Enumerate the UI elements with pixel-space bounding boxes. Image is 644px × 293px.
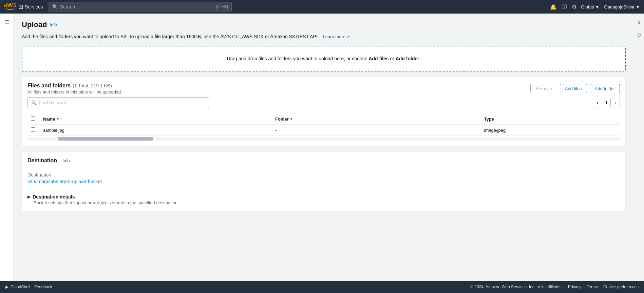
page-description: Add the files and folders you want to up… — [22, 33, 626, 40]
region-selector[interactable]: Global ▼ — [581, 4, 600, 9]
row-name-cell: sample.jpg — [40, 125, 272, 136]
page-header: Upload Info — [22, 20, 626, 29]
files-table: Name ▼ | Folder ▼ | — [27, 113, 620, 136]
destination-section: Destination Info Destination s3://imagel… — [22, 152, 626, 211]
learn-more-link[interactable]: Learn more ↗ — [323, 34, 350, 39]
section-subtitle: All files and folders in this table will… — [27, 89, 122, 95]
left-sidebar: ☰ — [0, 14, 14, 281]
apps-grid-icon[interactable]: ⊞ — [18, 3, 23, 11]
global-search-bar[interactable]: 🔍 [Alt+S] — [49, 2, 232, 12]
right-sidebar: ℹ ⏱ — [634, 14, 644, 281]
page-title: Upload — [22, 20, 47, 29]
pagination-controls: ‹ 1 › — [593, 98, 620, 107]
row-folder-cell: - — [272, 125, 481, 136]
select-all-checkbox[interactable] — [31, 116, 35, 121]
destination-details-toggle[interactable]: ▶ Destination details Bucket settings th… — [27, 194, 620, 205]
destination-title: Destination — [27, 158, 57, 164]
destination-bucket-link[interactable]: s3://imagelabelerpro-upload-bucket — [27, 179, 102, 184]
row-type-cell: image/jpeg — [481, 125, 620, 136]
destination-details-subtitle: Bucket settings that impact new objects … — [34, 200, 620, 205]
main-content: Upload Info Add the files and folders yo… — [14, 14, 634, 281]
files-table-wrapper: Name ▼ | Folder ▼ | — [27, 109, 620, 141]
remove-button[interactable]: Remove — [530, 84, 557, 93]
name-sort-icon: ▼ — [56, 117, 59, 121]
table-row: sample.jpg - image/jpeg — [27, 125, 620, 136]
navbar-right-area: 🔔 ⓘ ⚙ Global ▼ GadagojuShiva ▼ — [550, 3, 640, 11]
global-search-input[interactable] — [60, 4, 213, 9]
search-bar-icon: 🔍 — [31, 100, 37, 105]
divider — [27, 168, 620, 168]
divider-2 — [27, 190, 620, 190]
clock-icon[interactable]: ⏱ — [634, 30, 644, 40]
aws-logo[interactable] — [4, 1, 16, 13]
drag-drop-area[interactable]: Drag and drop files and folders you want… — [22, 46, 626, 71]
notification-icon[interactable]: 🔔 — [550, 4, 557, 10]
find-by-name-input[interactable] — [39, 100, 205, 105]
section-header: Files and folders (1 Total, 119.1 KB) Al… — [27, 83, 620, 95]
info-panel-icon[interactable]: ℹ — [634, 17, 644, 27]
search-shortcut: [Alt+S] — [216, 4, 228, 9]
help-icon[interactable]: ⓘ — [562, 3, 567, 11]
files-count: (1 Total, 119.1 KB) — [73, 83, 112, 88]
page-info-link[interactable]: Info — [50, 22, 57, 27]
folder-sort-icon: ▼ — [290, 117, 293, 121]
add-files-button[interactable]: Add files — [560, 84, 587, 93]
row-checkbox[interactable] — [31, 127, 35, 132]
row-checkbox-cell — [27, 125, 40, 136]
search-row: 🔍 ‹ 1 › — [27, 97, 620, 108]
section-title-group: Files and folders (1 Total, 119.1 KB) Al… — [27, 83, 122, 95]
add-folder-button[interactable]: Add folder — [590, 84, 620, 93]
files-folders-section: Files and folders (1 Total, 119.1 KB) Al… — [22, 77, 626, 146]
section-title: Files and folders — [27, 83, 71, 89]
sidebar-menu-icon[interactable]: ☰ — [2, 17, 12, 27]
destination-label: Destination — [27, 172, 620, 177]
settings-icon[interactable]: ⚙ — [572, 4, 576, 10]
next-page-button[interactable]: › — [610, 98, 620, 107]
destination-info-link[interactable]: Info — [62, 158, 70, 163]
horizontal-scrollbar[interactable] — [27, 137, 620, 141]
folder-column-header[interactable]: Folder ▼ | — [272, 113, 481, 125]
user-menu[interactable]: GadagojuShiva ▼ — [604, 4, 640, 9]
select-all-header — [27, 113, 40, 125]
top-navbar: ⊞ Services 🔍 [Alt+S] 🔔 ⓘ ⚙ Global ▼ Gada… — [0, 0, 644, 14]
search-icon: 🔍 — [52, 4, 58, 9]
find-by-name-bar[interactable]: 🔍 — [27, 97, 209, 108]
expand-icon: ▶ — [27, 194, 31, 199]
section-actions: Remove Add files Add folder — [530, 84, 620, 93]
prev-page-button[interactable]: ‹ — [593, 98, 602, 107]
name-column-header[interactable]: Name ▼ | — [40, 113, 272, 125]
services-nav-label[interactable]: Services — [25, 4, 43, 9]
page-number: 1 — [605, 100, 608, 105]
type-column-header[interactable]: Type — [481, 113, 620, 125]
